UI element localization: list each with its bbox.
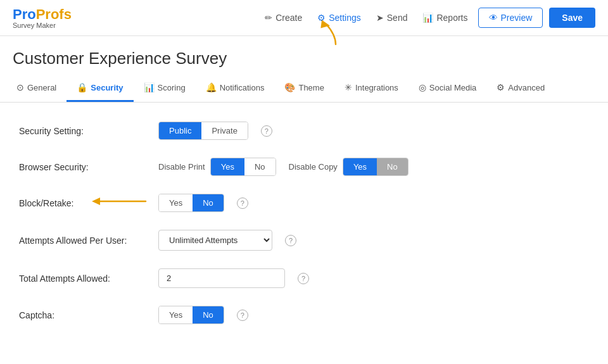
- block-retake-row: Block/Retake: Yes No ?: [19, 194, 589, 212]
- disable-print-no[interactable]: No: [244, 158, 276, 175]
- theme-icon: 🎨: [284, 82, 295, 92]
- tab-scoring[interactable]: 📊 Scoring: [134, 75, 196, 102]
- create-label: Create: [276, 13, 302, 23]
- tab-theme[interactable]: 🎨 Theme: [274, 75, 334, 102]
- social-icon: ◎: [419, 82, 426, 92]
- tab-notifications-label: Notifications: [220, 83, 265, 92]
- header: Pro Profs Survey Maker ✏ Create ⚙ Settin…: [0, 0, 608, 36]
- tab-general-label: General: [27, 83, 56, 92]
- captcha-no[interactable]: No: [193, 306, 224, 323]
- nav-send[interactable]: ➤ Send: [376, 13, 408, 23]
- tab-integrations-label: Integrations: [355, 83, 398, 92]
- block-retake-no[interactable]: No: [193, 194, 224, 211]
- nav-create[interactable]: ✏ Create: [265, 13, 302, 23]
- settings-label: Settings: [329, 13, 361, 23]
- nav-items: ✏ Create ⚙ Settings ➤ Send 📊 Reports: [265, 13, 467, 23]
- tab-scoring-label: Scoring: [158, 83, 186, 92]
- block-retake-toggle: Yes No: [158, 194, 224, 212]
- preview-label: Preview: [501, 13, 533, 23]
- eye-icon: 👁: [489, 13, 498, 23]
- captcha-yes[interactable]: Yes: [159, 306, 193, 323]
- nav-reports[interactable]: 📊 Reports: [422, 13, 467, 23]
- tab-advanced[interactable]: ⚙ Advanced: [486, 75, 555, 102]
- tabs-bar: ⊙ General 🔒 Security 📊 Scoring 🔔 Notific…: [0, 75, 608, 103]
- captcha-toggle: Yes No: [158, 306, 224, 324]
- captcha-label: Captcha:: [19, 310, 158, 320]
- block-retake-yes[interactable]: Yes: [159, 194, 193, 211]
- logo-subtitle: Survey Maker: [13, 22, 72, 29]
- tab-security-label: Security: [91, 83, 123, 92]
- tab-security[interactable]: 🔒 Security: [66, 75, 133, 102]
- disable-copy-toggle: Yes No: [343, 158, 408, 176]
- disable-copy-section: Disable Copy Yes No: [289, 158, 408, 176]
- browser-security-row: Browser Security: Disable Print Yes No D…: [19, 158, 589, 176]
- disable-print-section: Disable Print Yes No: [158, 158, 276, 176]
- logo: Pro Profs Survey Maker: [13, 6, 72, 29]
- security-content: Security Setting: Public Private ? Brows…: [0, 103, 608, 361]
- tab-social-label: Social Media: [429, 83, 476, 92]
- captcha-row: Captcha: Yes No ?: [19, 306, 589, 324]
- security-help-icon[interactable]: ?: [261, 125, 272, 137]
- private-button[interactable]: Private: [201, 122, 247, 139]
- disable-copy-yes[interactable]: Yes: [343, 158, 377, 175]
- attempts-help-icon[interactable]: ?: [285, 235, 296, 246]
- pencil-icon: ✏: [265, 13, 272, 23]
- browser-controls: Disable Print Yes No Disable Copy Yes No: [158, 158, 408, 176]
- lock-icon: 🔒: [77, 82, 87, 92]
- nav-settings[interactable]: ⚙ Settings: [317, 13, 361, 23]
- disable-copy-label: Disable Copy: [289, 162, 338, 172]
- total-attempts-input[interactable]: [158, 268, 285, 288]
- tab-advanced-label: Advanced: [508, 83, 545, 92]
- gear-icon: ⚙: [317, 13, 326, 23]
- reports-label: Reports: [436, 13, 467, 23]
- total-attempts-help-icon[interactable]: ?: [298, 273, 309, 284]
- disable-print-toggle: Yes No: [210, 158, 276, 176]
- tab-theme-label: Theme: [298, 83, 324, 92]
- disable-copy-no[interactable]: No: [377, 158, 408, 175]
- security-toggle-group: Public Private: [158, 122, 248, 140]
- tab-integrations[interactable]: ✳ Integrations: [334, 75, 408, 102]
- survey-title: Customer Experience Survey: [0, 36, 608, 75]
- logo-pro: Pro: [13, 6, 36, 23]
- tab-social-media[interactable]: ◎ Social Media: [408, 75, 486, 102]
- total-attempts-row: Total Attempts Allowed: ?: [19, 268, 589, 288]
- attempts-dropdown[interactable]: Unlimited Attempts: [158, 230, 272, 251]
- logo-profs: Profs: [36, 6, 72, 23]
- logo-text: Pro Profs Survey Maker: [13, 6, 72, 29]
- send-icon: ➤: [376, 13, 384, 23]
- captcha-help-icon[interactable]: ?: [237, 310, 248, 321]
- tab-notifications[interactable]: 🔔 Notifications: [196, 75, 275, 102]
- tab-general[interactable]: ⊙ General: [6, 75, 66, 102]
- page-wrapper: Pro Profs Survey Maker ✏ Create ⚙ Settin…: [0, 0, 608, 364]
- advanced-icon: ⚙: [497, 82, 505, 92]
- general-icon: ⊙: [16, 82, 24, 92]
- public-button[interactable]: Public: [159, 122, 201, 139]
- scoring-icon: 📊: [144, 82, 155, 92]
- total-attempts-label: Total Attempts Allowed:: [19, 273, 158, 284]
- disable-print-yes[interactable]: Yes: [211, 158, 244, 175]
- block-retake-help-icon[interactable]: ?: [237, 198, 248, 209]
- attempts-label: Attempts Allowed Per User:: [19, 235, 158, 246]
- send-label: Send: [387, 13, 408, 23]
- security-setting-row: Security Setting: Public Private ?: [19, 122, 589, 140]
- attempts-row: Attempts Allowed Per User: Unlimited Att…: [19, 230, 589, 251]
- bell-icon: 🔔: [206, 82, 217, 92]
- preview-button[interactable]: 👁 Preview: [478, 8, 543, 28]
- save-button[interactable]: Save: [549, 8, 595, 28]
- chart-icon: 📊: [422, 13, 433, 23]
- integrations-icon: ✳: [345, 82, 352, 92]
- block-retake-label: Block/Retake:: [19, 198, 158, 208]
- browser-security-label: Browser Security:: [19, 162, 158, 172]
- security-setting-label: Security Setting:: [19, 126, 158, 136]
- disable-print-label: Disable Print: [158, 162, 205, 172]
